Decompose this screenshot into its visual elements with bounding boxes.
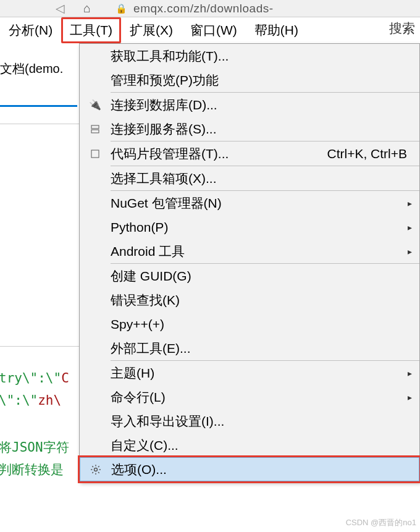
menu-tools[interactable]: 工具(T)	[61, 17, 121, 43]
menu-analysis[interactable]: 分析(N)	[0, 17, 61, 43]
database-icon: 🔌	[80, 99, 111, 111]
menu-options[interactable]: 选项(O)...	[80, 457, 419, 481]
browser-address-bar: ◁ ⌂ 🔒 emqx.com/zh/downloads-	[0, 0, 420, 17]
gear-icon	[80, 464, 111, 475]
menu-python[interactable]: Python(P)	[80, 215, 419, 239]
menu-create-guid[interactable]: 创建 GUID(G)	[80, 264, 419, 288]
divider	[0, 346, 80, 347]
menu-android[interactable]: Android 工具	[80, 239, 419, 263]
menu-manage-preview[interactable]: 管理和预览(P)功能	[80, 68, 419, 92]
home-icon[interactable]: ⌂	[83, 1, 91, 15]
menu-window[interactable]: 窗口(W)	[182, 17, 246, 43]
code-comment: 判断转换是	[0, 461, 64, 478]
menu-error-lookup[interactable]: 错误查找(K)	[80, 288, 419, 312]
svg-rect-2	[91, 150, 99, 158]
menu-import-export[interactable]: 导入和导出设置(I)...	[80, 409, 419, 433]
document-tab[interactable]: 文档(demo.	[0, 61, 63, 77]
code-line: \":\"zh\	[0, 393, 61, 408]
shortcut-text: Ctrl+K, Ctrl+B	[327, 146, 419, 161]
server-icon	[80, 124, 111, 134]
menu-spy[interactable]: Spy++(+)	[80, 312, 419, 336]
menu-extensions[interactable]: 扩展(X)	[121, 17, 182, 43]
menubar: 分析(N) 工具(T) 扩展(X) 窗口(W) 帮助(H) 搜索	[0, 17, 420, 43]
url-text: emqx.com/zh/downloads-	[133, 2, 273, 15]
menu-theme[interactable]: 主题(H)	[80, 361, 419, 385]
menu-help[interactable]: 帮助(H)	[246, 17, 307, 43]
search-input[interactable]: 搜索	[384, 17, 420, 43]
lock-icon: 🔒	[116, 3, 127, 14]
menu-nuget[interactable]: NuGet 包管理器(N)	[80, 191, 419, 215]
menu-code-snippets[interactable]: 代码片段管理器(T)...Ctrl+K, Ctrl+B	[80, 141, 419, 166]
menu-customize[interactable]: 自定义(C)...	[80, 433, 419, 457]
svg-point-3	[94, 468, 98, 471]
menu-command-line[interactable]: 命令行(L)	[80, 385, 419, 409]
tools-dropdown-menu: 获取工具和功能(T)... 管理和预览(P)功能 🔌连接到数据库(D)... 连…	[79, 43, 420, 482]
menu-external-tools[interactable]: 外部工具(E)...	[80, 336, 419, 360]
divider	[0, 124, 80, 124]
snippet-icon	[80, 150, 111, 158]
code-line: try\":\"C	[0, 371, 69, 386]
svg-rect-0	[91, 125, 99, 129]
menu-connect-server[interactable]: 连接到服务器(S)...	[80, 117, 419, 141]
back-icon[interactable]: ◁	[56, 1, 65, 15]
menu-choose-toolbox[interactable]: 选择工具箱项(X)...	[80, 166, 419, 190]
svg-rect-1	[91, 130, 99, 133]
watermark: CSDN @西晋的no1	[346, 517, 416, 528]
tab-underline	[0, 105, 77, 107]
code-comment: 将JSON字符	[0, 439, 69, 456]
menu-get-tools[interactable]: 获取工具和功能(T)...	[80, 44, 419, 68]
menu-connect-database[interactable]: 🔌连接到数据库(D)...	[80, 93, 419, 117]
